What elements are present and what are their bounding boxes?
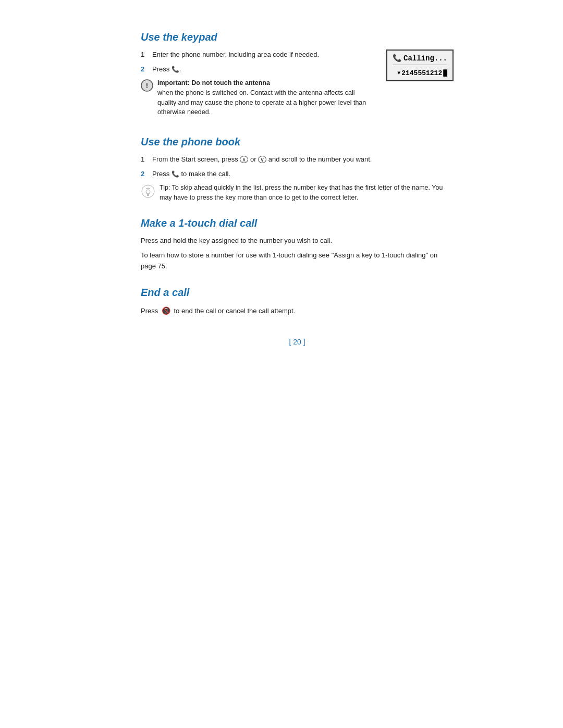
section-title-keypad: Use the keypad (141, 31, 454, 43)
svg-line-4 (146, 188, 148, 189)
section-title-phonebook: Use the phone book (141, 136, 454, 148)
phonebook-step1: 1 From the Start screen, press ∧ or ∨ an… (141, 154, 454, 165)
note-text: Important: Do not touch the antenna when… (157, 78, 371, 117)
section-phone-book: Use the phone book 1 From the Start scre… (141, 136, 454, 203)
screen-number: 2145551212 (401, 69, 442, 77)
section-use-keypad: Use the keypad 1 Enter the phone number,… (141, 31, 454, 121)
step1-num: 1 (141, 50, 148, 60)
phonebook-step2: 2 Press 📞 to make the call. (141, 169, 454, 179)
onetouch-body2: To learn how to store a number for use w… (141, 250, 454, 272)
svg-line-5 (148, 188, 150, 189)
tip-text: Tip: To skip ahead quickly in the list, … (160, 183, 454, 203)
up-scroll-icon: ∧ (240, 156, 248, 163)
section-title-endcall: End a call (141, 287, 454, 299)
step2-text: Press 📞. (152, 64, 181, 75)
pb-step2-num: 2 (141, 169, 148, 179)
end-call-icon: 📵 (162, 305, 170, 316)
phone-handset-icon: 📞 (393, 54, 401, 63)
section-one-touch: Make a 1-touch dial call Press and hold … (141, 217, 454, 272)
content-area: Use the keypad 1 Enter the phone number,… (141, 31, 454, 346)
note-title: Important: Do not touch the antenna (157, 79, 270, 87)
keypad-row: 1 Enter the phone number, including area… (141, 50, 454, 121)
page-number: [ 20 ] (141, 338, 454, 346)
keypad-step1: 1 Enter the phone number, including area… (141, 50, 371, 60)
keypad-steps: 1 Enter the phone number, including area… (141, 50, 371, 121)
onetouch-body1: Press and hold the key assigned to the n… (141, 236, 454, 246)
phone-number-row: ▼ 2145551212 █ (393, 69, 447, 77)
down-scroll-icon: ∨ (258, 156, 266, 163)
pb-step2-text: Press 📞 to make the call. (152, 169, 230, 179)
endcall-text: to end the call or cancel the call attem… (174, 307, 295, 315)
svg-point-6 (146, 190, 150, 194)
important-icon: ! (141, 79, 153, 92)
down-arrow-icon: ▼ (397, 70, 400, 76)
phonebook-tip: Tip: To skip ahead quickly in the list, … (141, 183, 454, 203)
tip-icon (141, 184, 155, 199)
call-icon-keypad: 📞 (172, 65, 179, 74)
step2-num: 2 (141, 64, 148, 75)
phone-screen-illustration: 📞 Calling... ▼ 2145551212 █ (386, 50, 454, 81)
press-label: Press (141, 307, 158, 315)
section-end-call: End a call Press 📵 to end the call or ca… (141, 287, 454, 317)
call-icon-pb: 📞 (172, 169, 179, 179)
calling-row: 📞 Calling... (393, 54, 447, 63)
keypad-note: ! Important: Do not touch the antenna wh… (141, 78, 371, 117)
note-body: when the phone is switched on. Contact w… (157, 89, 366, 116)
section-title-onetouch: Make a 1-touch dial call (141, 217, 454, 229)
page: Use the keypad 1 Enter the phone number,… (0, 0, 563, 728)
cursor: █ (443, 69, 447, 77)
endcall-body: Press 📵 to end the call or cancel the ca… (141, 305, 454, 317)
pb-step1-num: 1 (141, 154, 148, 165)
step1-text: Enter the phone number, including area c… (152, 50, 319, 60)
svg-text:!: ! (146, 82, 148, 90)
keypad-step2: 2 Press 📞. (141, 64, 371, 75)
calling-text: Calling... (403, 54, 447, 63)
pb-step1-text: From the Start screen, press ∧ or ∨ and … (152, 154, 372, 165)
